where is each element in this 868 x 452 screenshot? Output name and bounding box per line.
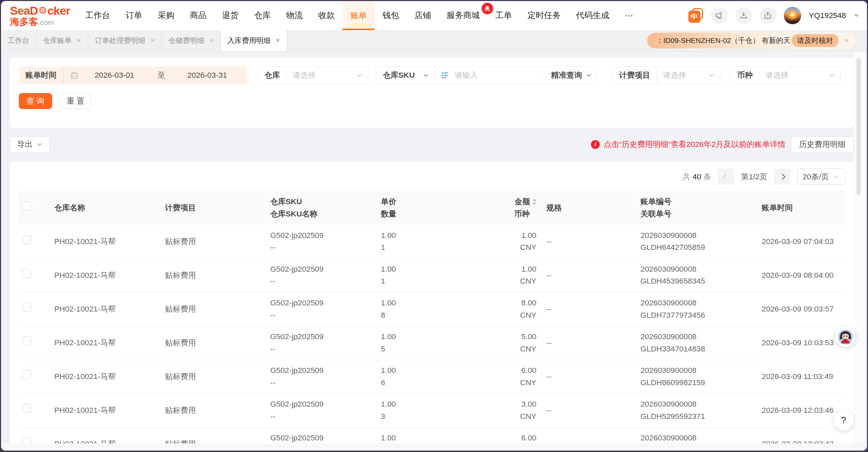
nav-item-wallet[interactable]: 钱包 (375, 1, 407, 30)
date-from-value[interactable]: 2026-03-01 (95, 71, 134, 80)
nav-item-orders[interactable]: 订单 (118, 1, 150, 30)
main-nav: 工作台 订单 采购 商品 退货 仓库 物流 收款 账单 钱包 店铺 服务商城 工… (77, 1, 641, 30)
chevron-down-icon (356, 72, 363, 78)
language-icon[interactable]: 中 (688, 8, 703, 22)
sku-input[interactable]: 请输入 (449, 70, 483, 80)
download-button[interactable] (735, 7, 752, 24)
download-icon (739, 11, 748, 20)
fee-item-select[interactable]: 计费项目 请选择 (612, 66, 720, 84)
brand-logo[interactable]: SeaDcker 海多客.com (10, 1, 76, 30)
announcement-button[interactable] (711, 7, 728, 24)
close-icon[interactable]: × (276, 36, 280, 45)
reset-button[interactable]: 重 置 (59, 93, 91, 109)
nav-item-bills[interactable]: 账单 (342, 1, 375, 30)
currency-label: 币种 (730, 70, 759, 80)
nav-more-button[interactable]: ⋯ (617, 1, 641, 30)
nav-item-products[interactable]: 商品 (182, 1, 214, 30)
pagination-page: 第1/2页 (741, 171, 767, 182)
col-sku: 仓库SKU仓库SKU名称 (262, 196, 373, 220)
bill-date-range-picker[interactable]: 账单时间 2026-03-01 至 2026-03-31 (19, 66, 247, 84)
close-icon[interactable]: × (209, 36, 214, 45)
nav-item-payments[interactable]: 收款 (310, 1, 342, 30)
export-button[interactable]: 导出 (10, 136, 50, 153)
row-checkbox[interactable] (22, 404, 31, 413)
chevron-down-icon (708, 72, 715, 78)
ship-wheel-icon (39, 5, 47, 16)
date-separator: 至 (157, 70, 165, 80)
chevron-down-icon (833, 174, 839, 180)
sku-type-select[interactable]: 仓库SKU (376, 70, 421, 80)
assistant-avatar-icon (836, 328, 855, 346)
toolbar-right: i 点击“历史费用明细”查看2026年2月及以前的账单详情 历史费用明细 (591, 136, 854, 153)
currency-placeholder: 请选择 (760, 70, 794, 80)
notice-banner-text: ：ID09-SHENZHEN-02（千仓） 有新的天 (656, 36, 790, 45)
row-checkbox[interactable] (22, 370, 31, 379)
help-button[interactable]: ? (834, 410, 853, 430)
col-bill-no: 账单编号关联单号 (630, 196, 752, 220)
table-row[interactable]: PH02-10021-马帮 贴标费用 G502-jp202509-- 1.005… (19, 326, 845, 360)
batch-input-icon[interactable] (441, 71, 449, 79)
nav-item-scheduled-tasks[interactable]: 定时任务 (520, 1, 568, 30)
prev-page-button[interactable] (718, 168, 734, 185)
user-menu-caret-icon[interactable] (854, 14, 859, 20)
history-note-text: 点击“历史费用明细”查看2026年2月及以前的账单详情 (604, 139, 786, 150)
scrollbar-thumb[interactable] (856, 58, 861, 196)
brand-name-cn: 海多客.com (10, 17, 76, 27)
currency-select[interactable]: 币种 请选择 (730, 66, 841, 84)
filter-panel: 账单时间 2026-03-01 至 2026-03-31 仓库 请选择 仓库SK… (10, 58, 854, 128)
app-window: SeaDcker 海多客.com 工作台 订单 采购 商品 退货 仓库 物流 收… (1, 1, 867, 451)
pagination: 共 40 条 第1/2页 20条/页 (19, 168, 845, 185)
row-checkbox[interactable] (22, 269, 31, 278)
nav-item-warehouse[interactable]: 仓库 (246, 1, 278, 30)
date-end-value[interactable]: 2026-03-31 (187, 71, 227, 80)
search-button[interactable]: 查 询 (19, 93, 52, 109)
chevron-down-icon (828, 72, 835, 78)
table-row[interactable]: PH02-10021-马帮 贴标费用 G502-jp202509-- 1.001… (19, 258, 845, 292)
calendar-icon (70, 71, 79, 80)
warehouse-select[interactable]: 仓库 请选择 (257, 66, 368, 84)
chevron-down-icon (36, 141, 43, 148)
table-row[interactable]: PH02-10021-马帮 贴标费用 G502-jp202509-- 1.008… (19, 292, 845, 326)
table-row[interactable]: PH02-10021-马帮 贴标费用 G502-jp202509-- 1.001… (19, 225, 845, 258)
brand-name-en: SeaDcker (10, 5, 76, 16)
table-row[interactable]: PH02-10021-马帮 贴标费用 G502-jp202509-- 1.003… (19, 394, 845, 427)
nav-item-workbench[interactable]: 工作台 (77, 1, 118, 30)
nav-item-purchase[interactable]: 采购 (150, 1, 182, 30)
bill-table: 仓库名称 计费项目 仓库SKU仓库SKU名称 单价数量 金额 币种 规格 账单编… (19, 191, 845, 451)
horizontal-scrollbar[interactable] (1, 443, 867, 451)
close-icon[interactable]: × (150, 36, 155, 45)
user-avatar[interactable] (784, 7, 801, 24)
sort-icon[interactable] (532, 198, 536, 205)
banner-close-icon[interactable]: × (844, 36, 849, 45)
row-checkbox[interactable] (22, 235, 31, 244)
username[interactable]: YQ192548 (809, 11, 846, 20)
nav-item-tickets[interactable]: 工单 (488, 1, 520, 30)
row-checkbox[interactable] (22, 303, 31, 312)
next-page-button[interactable] (774, 168, 791, 185)
assistant-avatar-floater[interactable] (835, 327, 856, 347)
tab-order-fee-detail[interactable]: 订单处理费明细× (88, 30, 162, 51)
nav-item-stores[interactable]: 店铺 (407, 1, 439, 30)
close-icon[interactable]: × (77, 36, 81, 45)
page-size-select[interactable]: 20条/页 (797, 168, 845, 185)
tab-storage-fee-detail[interactable]: 仓储费明细× (162, 30, 220, 51)
table-row[interactable]: PH02-10021-马帮 贴标费用 G502-jp202509-- 1.006… (19, 360, 845, 394)
share-button[interactable] (760, 7, 776, 24)
nav-item-code-gen[interactable]: 代码生成 (568, 1, 617, 30)
nav-item-logistics[interactable]: 物流 (278, 1, 310, 30)
tab-workbench[interactable]: 工作台 (1, 30, 36, 51)
col-price-qty: 单价数量 (373, 196, 454, 220)
nav-item-returns[interactable]: 退货 (214, 1, 246, 30)
col-amount-currency: 金额 币种 (453, 196, 536, 220)
col-bill-time: 账单时间 (752, 202, 845, 214)
nav-item-service-mall[interactable]: 服务商城 (439, 1, 488, 30)
fee-item-placeholder: 请选择 (657, 70, 692, 80)
toolbar: 导出 i 点击“历史费用明细”查看2026年2月及以前的账单详情 历史费用明细 (10, 136, 854, 153)
tab-inbound-fee-detail[interactable]: 入库费用明细× (221, 30, 287, 51)
history-detail-button[interactable]: 历史费用明细 (791, 136, 854, 153)
vertical-scrollbar[interactable] (854, 51, 865, 442)
select-all-checkbox[interactable] (22, 201, 31, 210)
row-checkbox[interactable] (22, 336, 31, 345)
sku-match-mode-select[interactable]: 精准查询 (544, 70, 585, 80)
tab-warehouse-bill[interactable]: 仓库账单× (36, 30, 88, 51)
